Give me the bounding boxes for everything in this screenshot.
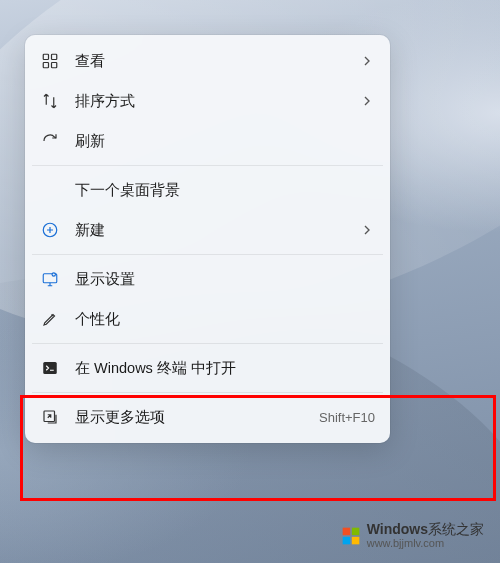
grid-icon <box>40 51 60 71</box>
menu-item-open-terminal[interactable]: 在 Windows 终端 中打开 <box>30 348 385 388</box>
menu-item-next-background[interactable]: 下一个桌面背景 <box>30 170 385 210</box>
menu-item-label: 个性化 <box>75 310 375 329</box>
chevron-right-icon <box>359 222 375 238</box>
terminal-icon <box>40 358 60 378</box>
menu-item-show-more-options[interactable]: 显示更多选项 Shift+F10 <box>30 397 385 437</box>
svg-rect-7 <box>43 362 57 374</box>
menu-item-view[interactable]: 查看 <box>30 41 385 81</box>
more-options-icon <box>40 407 60 427</box>
svg-rect-1 <box>52 54 57 59</box>
menu-item-label: 下一个桌面背景 <box>75 181 375 200</box>
menu-item-new[interactable]: 新建 <box>30 210 385 250</box>
svg-rect-3 <box>52 63 57 68</box>
blank-icon <box>40 180 60 200</box>
refresh-icon <box>40 131 60 151</box>
menu-item-label: 排序方式 <box>75 92 359 111</box>
sort-icon <box>40 91 60 111</box>
menu-item-label: 刷新 <box>75 132 375 151</box>
menu-item-personalize[interactable]: 个性化 <box>30 299 385 339</box>
windows-logo-icon <box>341 526 361 546</box>
watermark: Windows系统之家 www.bjjmlv.com <box>341 522 484 549</box>
menu-item-label: 显示更多选项 <box>75 408 319 427</box>
menu-item-label: 在 Windows 终端 中打开 <box>75 359 375 378</box>
svg-rect-9 <box>342 527 350 535</box>
chevron-right-icon <box>359 93 375 109</box>
watermark-url: www.bjjmlv.com <box>367 538 484 549</box>
svg-rect-0 <box>43 54 48 59</box>
menu-item-label: 查看 <box>75 52 359 71</box>
menu-item-label: 新建 <box>75 221 359 240</box>
display-icon <box>40 269 60 289</box>
svg-rect-12 <box>352 536 360 544</box>
menu-item-sort[interactable]: 排序方式 <box>30 81 385 121</box>
personalize-icon <box>40 309 60 329</box>
new-icon <box>40 220 60 240</box>
menu-item-display-settings[interactable]: 显示设置 <box>30 259 385 299</box>
watermark-text: Windows系统之家 www.bjjmlv.com <box>367 522 484 549</box>
menu-divider <box>32 254 383 255</box>
menu-divider <box>32 165 383 166</box>
watermark-suffix: 系统之家 <box>428 521 484 537</box>
menu-item-refresh[interactable]: 刷新 <box>30 121 385 161</box>
svg-rect-2 <box>43 63 48 68</box>
svg-rect-11 <box>342 536 350 544</box>
watermark-brand: Windows <box>367 521 428 537</box>
menu-item-label: 显示设置 <box>75 270 375 289</box>
menu-divider <box>32 343 383 344</box>
desktop-context-menu: 查看 排序方式 刷新 下一个桌面背景 <box>25 35 390 443</box>
menu-item-shortcut: Shift+F10 <box>319 410 375 425</box>
chevron-right-icon <box>359 53 375 69</box>
svg-rect-10 <box>352 527 360 535</box>
menu-divider <box>32 392 383 393</box>
